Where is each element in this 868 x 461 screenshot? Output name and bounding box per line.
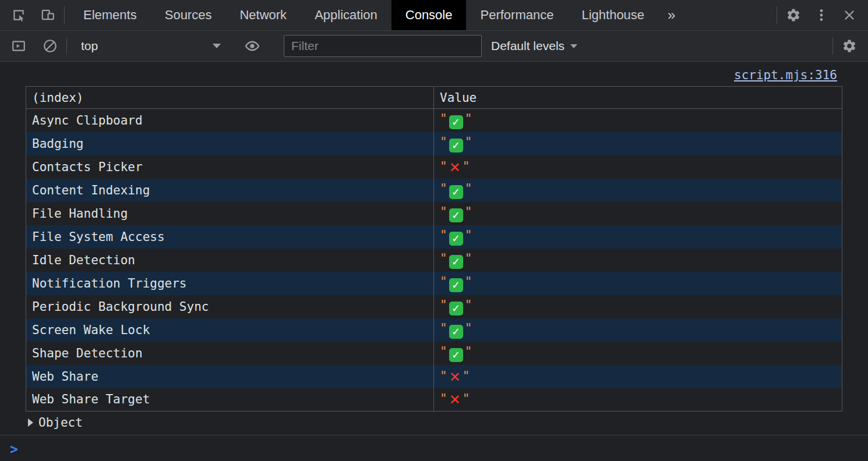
object-preview-row[interactable]: Object: [0, 412, 868, 435]
feature-value-cell: "✕": [434, 365, 842, 388]
more-tabs-button[interactable]: »: [658, 0, 684, 30]
feature-status-icon: ✓: [449, 185, 463, 199]
table-row: Notification Triggers "✓": [26, 272, 842, 295]
execution-context-label: top: [81, 39, 98, 53]
console-settings-button[interactable]: [838, 34, 861, 58]
table-row: Periodic Background Sync "✓": [26, 295, 842, 318]
string-quote: ": [440, 135, 447, 149]
feature-value-cell: "✓": [434, 202, 842, 225]
string-quote: ": [440, 182, 447, 196]
feature-name-cell: Notification Triggers: [26, 272, 434, 295]
console-toolbar: top Default levels: [0, 31, 868, 62]
source-file-link[interactable]: script.mjs:316: [734, 68, 837, 83]
inspect-element-button[interactable]: [7, 3, 30, 27]
devtools-tabbar: Elements Sources Network Application Con…: [0, 0, 868, 31]
string-quote: ": [440, 205, 447, 219]
feature-name-cell: Contacts Picker: [26, 155, 434, 179]
inspect-cursor-icon: [11, 8, 26, 23]
tab-elements[interactable]: Elements: [69, 0, 151, 30]
feature-status-icon: ✓: [449, 208, 463, 222]
gear-icon: [786, 8, 801, 23]
log-levels-label: Default levels: [491, 39, 564, 53]
feature-value-cell: "✓": [434, 295, 842, 318]
string-quote: ": [465, 228, 472, 242]
feature-status-icon: ✓: [449, 348, 463, 362]
feature-status-icon: ✕: [449, 393, 461, 407]
devtools-menu-button[interactable]: [810, 3, 833, 27]
string-quote: ": [465, 275, 472, 289]
string-quote: ": [440, 298, 447, 312]
feature-name-cell: Web Share Target: [26, 388, 434, 412]
string-quote: ": [465, 205, 472, 219]
close-icon: [842, 8, 857, 23]
string-quote: ": [463, 392, 470, 406]
device-toolbar-icon: [40, 8, 55, 23]
tab-sources[interactable]: Sources: [151, 0, 226, 30]
string-quote: ": [463, 369, 470, 383]
device-toolbar-button[interactable]: [36, 3, 59, 27]
tab-console[interactable]: Console: [391, 0, 467, 30]
feature-value-cell: "✓": [434, 179, 842, 202]
string-quote: ": [440, 345, 447, 359]
tab-lighthouse[interactable]: Lighthouse: [567, 0, 658, 30]
feature-name-cell: Async Clipboard: [26, 109, 434, 132]
table-row: Content Indexing "✓": [26, 179, 842, 202]
console-table: (index) Value Async Clipboard "✓" Badgin…: [26, 86, 842, 412]
feature-name-cell: Content Indexing: [26, 179, 434, 202]
table-row: Shape Detection "✓": [26, 342, 842, 365]
table-row: Screen Wake Lock "✓": [26, 318, 842, 342]
table-header-row: (index) Value: [26, 87, 842, 109]
string-quote: ": [440, 159, 447, 173]
feature-table-body: Async Clipboard "✓" Badging "✓" Contacts…: [26, 109, 842, 412]
string-quote: ": [465, 251, 472, 265]
string-quote: ": [465, 298, 472, 312]
object-preview-label: Object: [38, 416, 83, 430]
console-sidebar-icon: [11, 38, 26, 54]
feature-status-icon: ✓: [449, 325, 463, 339]
log-levels-selector[interactable]: Default levels: [491, 39, 577, 53]
eye-icon: [244, 38, 260, 54]
feature-name-cell: Idle Detection: [26, 249, 434, 272]
feature-name-cell: File System Access: [26, 225, 434, 249]
table-row: Web Share Target "✕": [26, 388, 842, 412]
feature-name-cell: File Handling: [26, 202, 434, 225]
string-quote: ": [465, 345, 472, 359]
message-source-row: script.mjs:316: [0, 62, 868, 86]
tab-network[interactable]: Network: [225, 0, 301, 30]
string-quote: ": [440, 112, 447, 126]
feature-status-icon: ✓: [449, 139, 463, 153]
feature-value-cell: "✓": [434, 109, 842, 132]
expand-arrow-icon: [28, 419, 33, 427]
console-sidebar-toggle-button[interactable]: [7, 34, 30, 58]
string-quote: ": [440, 321, 447, 335]
clear-console-icon: [43, 38, 58, 54]
feature-name-cell: Screen Wake Lock: [26, 318, 434, 342]
live-expression-button[interactable]: [241, 34, 264, 58]
console-prompt[interactable]: >: [0, 435, 868, 461]
tab-performance[interactable]: Performance: [466, 0, 567, 30]
feature-value-cell: "✓": [434, 225, 842, 249]
feature-status-icon: ✓: [449, 255, 463, 269]
feature-value-cell: "✓": [434, 132, 842, 155]
devtools-settings-button[interactable]: [782, 3, 805, 27]
execution-context-selector[interactable]: top: [74, 39, 228, 53]
table-row: Badging "✓": [26, 132, 842, 155]
clear-console-button[interactable]: [38, 34, 62, 58]
feature-name-cell: Shape Detection: [26, 342, 434, 365]
console-filter-input[interactable]: [284, 35, 482, 57]
table-row: File Handling "✓": [26, 202, 842, 225]
close-devtools-button[interactable]: [838, 3, 861, 27]
devtools-window: { "devtools": { "tabs": ["Elements", "So…: [0, 0, 868, 461]
index-column-header: (index): [26, 87, 434, 109]
string-quote: ": [465, 182, 472, 196]
chevron-down-icon: [570, 44, 577, 48]
feature-value-cell: "✓": [434, 342, 842, 365]
table-row: Async Clipboard "✓": [26, 109, 842, 132]
feature-value-cell: "✓": [434, 318, 842, 342]
table-row: Idle Detection "✓": [26, 249, 842, 272]
tab-application[interactable]: Application: [301, 0, 391, 30]
kebab-menu-icon: [814, 8, 829, 23]
feature-value-cell: "✓": [434, 272, 842, 295]
tabbar-spacer: [684, 0, 772, 30]
feature-status-icon: ✕: [449, 161, 461, 175]
